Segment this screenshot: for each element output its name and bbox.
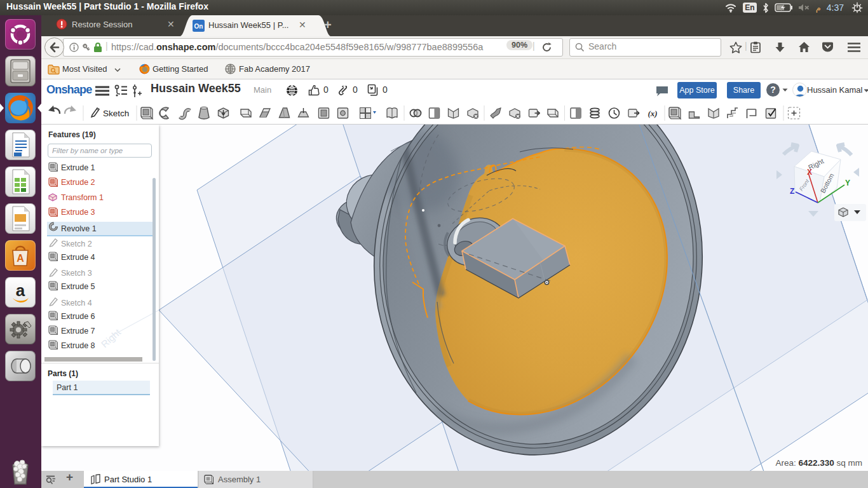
svg-text:Extrude 1: Extrude 1 <box>61 163 95 172</box>
svg-text:Parts (1): Parts (1) <box>48 369 78 378</box>
svg-text:Z: Z <box>790 187 794 196</box>
svg-text:On: On <box>194 23 203 30</box>
svg-text:Sketch 3: Sketch 3 <box>61 269 92 278</box>
svg-text:Transform 1: Transform 1 <box>61 193 104 202</box>
svg-text:Extrude 2: Extrude 2 <box>61 178 95 187</box>
svg-text:Extrude 8: Extrude 8 <box>61 341 95 350</box>
svg-text:Revolve 1: Revolve 1 <box>61 224 97 233</box>
svg-text:Right: Right <box>99 327 123 350</box>
svg-text:Sketch 4: Sketch 4 <box>61 299 92 308</box>
svg-text:Extrude 6: Extrude 6 <box>61 312 95 321</box>
svg-text:Area: 6422.330 sq mm: Area: 6422.330 sq mm <box>775 458 862 468</box>
svg-text:a: a <box>16 281 25 300</box>
svg-text:Extrude 5: Extrude 5 <box>61 282 95 291</box>
svg-text:A: A <box>17 253 24 264</box>
svg-text:Sketch 2: Sketch 2 <box>61 240 92 248</box>
svg-text:Extrude 7: Extrude 7 <box>61 327 95 336</box>
svg-text:Extrude 3: Extrude 3 <box>61 208 95 217</box>
svg-text:Y: Y <box>845 179 850 187</box>
svg-text:X: X <box>807 168 812 177</box>
svg-text:Part 1: Part 1 <box>57 383 78 392</box>
svg-text:Sketch: Sketch <box>103 109 129 118</box>
svg-text:Extrude 4: Extrude 4 <box>61 253 95 262</box>
